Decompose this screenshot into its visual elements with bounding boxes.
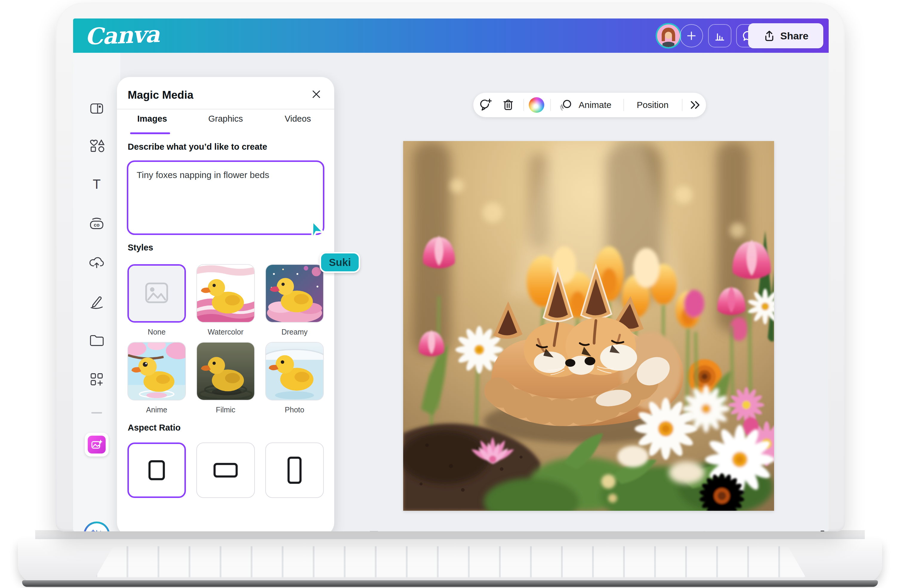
text-icon: T — [88, 176, 106, 193]
filmic-thumb — [197, 343, 254, 400]
design-icon — [88, 100, 106, 117]
sidebar-item-text[interactable]: T — [80, 167, 113, 201]
plus-icon — [685, 29, 698, 42]
app-window: Canva — [73, 19, 829, 531]
sidebar-item-brand[interactable]: co — [80, 207, 113, 240]
style-name: Dreamy — [265, 328, 324, 336]
fox-artwork — [403, 141, 774, 511]
color-wheel-button[interactable] — [529, 93, 544, 117]
rainbow-color-icon — [529, 97, 544, 113]
folder-icon — [88, 331, 106, 349]
sidebar-item-projects[interactable] — [80, 323, 113, 357]
app-header: Canva — [73, 19, 829, 53]
brand-icon: co — [88, 215, 106, 232]
sidebar-item-uploads[interactable] — [80, 246, 113, 279]
play-icon — [367, 529, 381, 531]
sidebar: T co — [73, 53, 120, 531]
sidebar-item-elements[interactable] — [80, 129, 113, 162]
more-options-button[interactable] — [689, 93, 702, 117]
style-option-none[interactable] — [127, 264, 186, 323]
active-tab-underline — [130, 132, 170, 134]
tab-images[interactable]: Images — [125, 114, 179, 124]
style-option-filmic[interactable] — [196, 342, 255, 401]
notes-pencil-icon — [344, 529, 357, 531]
delete-button[interactable] — [501, 93, 515, 117]
watercolor-thumb — [197, 265, 254, 322]
laptop-bottom-edge — [22, 580, 878, 587]
aspect-option-portrait[interactable] — [265, 443, 324, 498]
aspect-option-landscape[interactable] — [196, 443, 255, 498]
elements-icon — [88, 137, 106, 155]
styles-label: Styles — [128, 243, 153, 252]
share-button[interactable]: Share — [748, 23, 823, 48]
sidebar-divider — [91, 412, 102, 413]
assistant-button[interactable] — [84, 521, 110, 531]
toolbar-divider — [623, 99, 624, 111]
avatar[interactable] — [656, 23, 681, 49]
describe-label: Describe what you’d like to create — [128, 142, 267, 152]
style-option-photo[interactable] — [265, 342, 324, 401]
zoom-level: 50% — [774, 530, 807, 531]
bar-chart-icon — [713, 29, 726, 42]
svg-text:T: T — [93, 177, 101, 192]
animate-icon — [559, 98, 573, 112]
insights-button[interactable] — [708, 24, 731, 47]
comment-add-button[interactable] — [478, 93, 493, 117]
upload-cloud-icon — [88, 254, 106, 271]
add-design-button[interactable] — [680, 24, 703, 47]
avatar-image — [657, 25, 680, 47]
style-option-anime[interactable] — [127, 342, 186, 401]
dreamy-thumb — [266, 265, 323, 322]
share-label: Share — [781, 30, 809, 42]
landscape-ratio-icon — [213, 461, 238, 479]
sidebar-item-magic-media[interactable] — [85, 433, 109, 456]
laptop-lid: Canva — [56, 2, 845, 531]
workspace: T co — [73, 53, 829, 531]
toolbar-divider — [550, 99, 551, 111]
style-name: Watercolor — [196, 328, 255, 336]
close-panel-button[interactable] — [307, 85, 325, 103]
image-placeholder-icon — [129, 266, 185, 321]
panel-divider — [117, 109, 334, 110]
laptop-mockup: Canva — [0, 0, 900, 588]
laptop-keyboard-deck — [18, 539, 882, 583]
comment-plus-icon — [478, 97, 493, 112]
anime-thumb — [128, 343, 185, 400]
share-upload-icon — [763, 29, 776, 42]
toolbar-divider — [523, 99, 524, 111]
animate-button[interactable]: Animate — [579, 93, 611, 117]
animate-icon-wrap[interactable] — [559, 93, 573, 117]
style-name: Filmic — [196, 405, 255, 414]
style-name: Photo — [265, 405, 324, 414]
aspect-option-square[interactable] — [127, 443, 186, 498]
fullscreen-button[interactable] — [813, 529, 826, 531]
tab-videos[interactable]: Videos — [271, 114, 325, 124]
aspect-ratio-label: Aspect Ratio — [128, 423, 180, 433]
tab-graphics[interactable]: Graphics — [199, 114, 253, 124]
position-button[interactable]: Position — [637, 93, 669, 117]
prompt-input[interactable]: Tiny foxes napping in flower beds — [127, 161, 324, 235]
toolbar-divider — [682, 99, 683, 111]
style-name: None — [127, 328, 186, 336]
sidebar-item-draw[interactable] — [80, 285, 113, 318]
canva-logo[interactable]: Canva — [85, 21, 160, 50]
square-ratio-icon — [146, 458, 167, 482]
expand-arrows-icon — [813, 529, 826, 531]
draw-pen-icon — [88, 292, 106, 310]
selection-toolbar: Animate Position — [473, 93, 706, 117]
close-icon — [311, 89, 322, 100]
style-name: Anime — [127, 405, 186, 414]
present-button[interactable] — [367, 529, 381, 531]
style-option-dreamy[interactable] — [265, 264, 324, 323]
notes-button[interactable] — [344, 529, 357, 531]
double-chevron-icon — [689, 98, 702, 111]
magic-media-panel: Magic Media Images Graphics Videos Descr… — [117, 77, 334, 531]
style-option-watercolor[interactable] — [196, 264, 255, 323]
canvas-page-fox-image[interactable] — [403, 141, 774, 511]
magic-media-icon — [88, 436, 106, 453]
sidebar-item-design[interactable] — [80, 92, 113, 125]
laptop-keyboard — [96, 546, 806, 577]
apps-grid-icon — [88, 371, 106, 388]
sidebar-item-apps[interactable] — [80, 362, 113, 396]
svg-text:co: co — [94, 222, 99, 228]
